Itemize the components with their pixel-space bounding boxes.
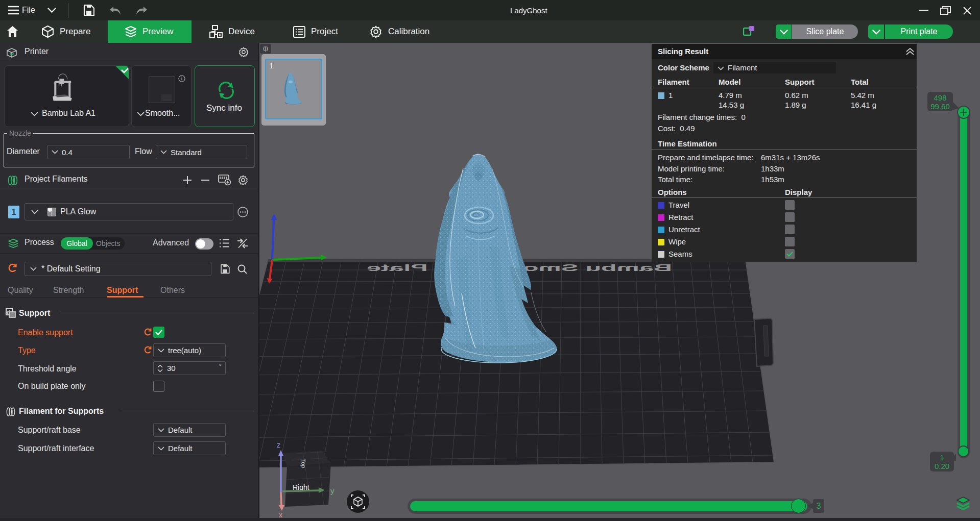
svg-text:x: x [279,511,282,518]
svg-text:Top: Top [300,459,307,468]
svg-text:z: z [277,441,280,449]
svg-text:y: y [330,486,334,495]
